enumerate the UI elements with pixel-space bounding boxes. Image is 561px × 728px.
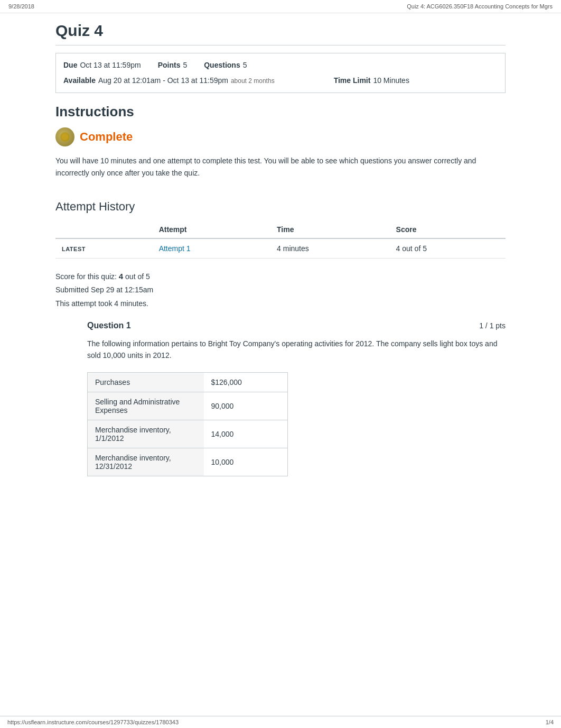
data-row-value: 14,000	[204, 420, 288, 448]
points-label: Points	[158, 59, 181, 72]
data-row-label: Merchandise inventory, 1/1/2012	[88, 420, 204, 448]
timelimit-label: Time Limit	[334, 74, 371, 87]
attempt-history-heading: Attempt History	[55, 200, 506, 214]
question-body: The following information pertains to Br…	[87, 338, 506, 362]
data-table-row: Merchandise inventory, 1/1/2012 14,000	[88, 420, 288, 448]
data-table-row: Selling and Administrative Expenses 90,0…	[88, 392, 288, 420]
main-content: Quiz 4 Due Oct 13 at 11:59pm Points 5 Qu…	[43, 13, 518, 497]
data-table-row: Merchandise inventory, 12/31/2012 10,000	[88, 448, 288, 476]
col-attempt: Attempt	[153, 221, 270, 238]
due-label: Due	[63, 59, 77, 72]
questions-value: 5	[243, 59, 247, 72]
checkmark-icon	[60, 132, 70, 142]
table-row: LATEST Attempt 1 4 minutes 4 out of 5	[55, 238, 506, 259]
data-table: Purchases $126,000 Selling and Administr…	[87, 372, 288, 476]
top-bar: 9/28/2018 Quiz 4: ACG6026.350F18 Account…	[0, 0, 561, 13]
questions-label: Questions	[204, 59, 240, 72]
available-note: about 2 months	[231, 76, 275, 87]
data-row-label: Purchases	[88, 372, 204, 392]
attempt-table: Attempt Time Score LATEST Attempt 1 4 mi…	[55, 221, 506, 259]
available-label: Available	[63, 74, 96, 87]
question-block: Question 1 1 / 1 pts The following infor…	[87, 321, 506, 476]
points-value: 5	[183, 59, 187, 72]
data-row-value: $126,000	[204, 372, 288, 392]
data-row-label: Merchandise inventory, 12/31/2012	[88, 448, 204, 476]
score-summary: Score for this quiz: 4 out of 5 Submitte…	[55, 269, 506, 310]
row-label: LATEST	[55, 238, 153, 259]
top-title: Quiz 4: ACG6026.350F18 Accounting Concep…	[407, 3, 553, 10]
row-time: 4 minutes	[270, 238, 390, 259]
due-value: Oct 13 at 11:59pm	[80, 59, 141, 72]
col-time: Time	[270, 221, 390, 238]
data-row-value: 90,000	[204, 392, 288, 420]
row-attempt[interactable]: Attempt 1	[153, 238, 270, 259]
quiz-title: Quiz 4	[55, 22, 506, 45]
instructions-body: You will have 10 minutes and one attempt…	[55, 155, 506, 179]
score-bold: 4	[119, 272, 123, 281]
available-value: Aug 20 at 12:01am - Oct 13 at 11:59pm	[98, 74, 228, 87]
col-label	[55, 221, 153, 238]
question-header: Question 1 1 / 1 pts	[87, 321, 506, 330]
question-title: Question 1	[87, 321, 131, 330]
instructions-heading: Instructions	[55, 104, 506, 120]
score-took: This attempt took 4 minutes.	[55, 297, 506, 310]
quiz-meta: Due Oct 13 at 11:59pm Points 5 Questions…	[55, 53, 506, 93]
complete-text: Complete	[80, 130, 133, 144]
svg-point-1	[62, 134, 68, 140]
timelimit-value: 10 Minutes	[373, 74, 409, 87]
score-suffix: out of 5	[125, 272, 150, 281]
score-submitted: Submitted Sep 29 at 12:15am	[55, 283, 506, 297]
score-prefix: Score for this quiz:	[55, 272, 117, 281]
top-date: 9/28/2018	[8, 3, 34, 10]
questions-container: Question 1 1 / 1 pts The following infor…	[55, 321, 506, 476]
data-row-label: Selling and Administrative Expenses	[88, 392, 204, 420]
complete-icon	[55, 127, 74, 146]
data-table-row: Purchases $126,000	[88, 372, 288, 392]
question-pts: 1 / 1 pts	[479, 321, 506, 330]
data-row-value: 10,000	[204, 448, 288, 476]
complete-badge: Complete	[55, 127, 506, 146]
col-score: Score	[390, 221, 506, 238]
row-score: 4 out of 5	[390, 238, 506, 259]
